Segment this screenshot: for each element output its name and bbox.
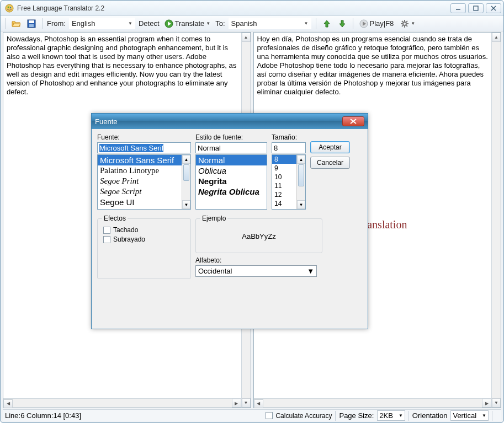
checkbox-icon <box>103 236 110 243</box>
style-listbox[interactable]: Normal Oblicua Negrita Negrita Oblicua <box>195 154 267 210</box>
statusbar: Line:6 Column:14 [0:43] Calculate Accura… <box>3 409 501 421</box>
svg-point-12 <box>403 22 406 25</box>
scroll-up-icon[interactable]: ▲ <box>242 33 251 42</box>
chevron-down-icon: ▼ <box>482 413 486 418</box>
list-item[interactable]: Negrita <box>196 176 267 186</box>
minimize-button[interactable] <box>450 3 466 13</box>
scrollbar-horizontal[interactable]: ◀ ▶ <box>254 398 492 408</box>
settings-button[interactable]: ▼ <box>399 18 417 29</box>
listbox-scrollbar[interactable]: ▲ ▼ <box>182 155 190 209</box>
underline-label: Subrayado <box>113 235 145 243</box>
svg-rect-4 <box>474 6 478 10</box>
style-field-label: Estilo de fuente: <box>195 133 267 141</box>
chevron-down-icon: ▼ <box>304 21 309 26</box>
page-size-dropdown[interactable]: 2KB ▼ <box>377 410 405 421</box>
calculate-accuracy-checkbox[interactable]: Calculate Accuracy <box>266 412 332 420</box>
listbox-scrollbar[interactable]: ▲ ▼ <box>296 155 305 209</box>
close-button[interactable] <box>486 3 501 13</box>
svg-line-17 <box>402 21 403 22</box>
font-name-input[interactable]: Microsoft Sans Serif <box>97 142 191 153</box>
list-item[interactable]: Segoe UI <box>98 197 190 207</box>
gear-icon <box>400 19 409 28</box>
dialog-title: Fuente <box>95 117 342 126</box>
orientation-label: Orientation <box>412 411 448 420</box>
from-language-dropdown[interactable]: English ▼ <box>69 18 135 29</box>
strikethrough-checkbox[interactable]: Tachado <box>103 226 185 234</box>
font-size-input[interactable] <box>272 142 306 153</box>
strikethrough-label: Tachado <box>113 226 138 234</box>
detect-button[interactable]: Detect <box>139 19 160 28</box>
chevron-down-icon: ▼ <box>206 21 210 26</box>
list-item[interactable]: Palatino Linotype <box>98 165 190 176</box>
play-button[interactable]: Play|F8 <box>358 18 396 29</box>
svg-rect-9 <box>29 24 34 27</box>
underline-checkbox[interactable]: Subrayado <box>103 235 185 243</box>
font-field-label: Fuente: <box>97 133 191 141</box>
effects-label: Efectos <box>102 215 128 222</box>
scroll-left-icon[interactable]: ◀ <box>3 399 13 408</box>
sample-group: Ejemplo AaBbYyZz <box>195 218 322 253</box>
chevron-down-icon: ▼ <box>411 21 415 26</box>
window-title: Free Language Translator 2.2 <box>17 4 450 12</box>
cursor-position: Line:6 Column:14 [0:43] <box>5 411 81 420</box>
toolbar: From: English ▼ Detect Translate ▼ To: S… <box>1 16 503 31</box>
dialog-titlebar: Fuente <box>92 114 368 129</box>
checkbox-icon <box>103 227 110 234</box>
play-label: Play|F8 <box>370 19 394 28</box>
scroll-left-icon[interactable]: ◀ <box>254 399 263 408</box>
arrow-down-icon <box>338 19 347 28</box>
scroll-up-icon[interactable]: ▲ <box>492 33 501 42</box>
arrow-down-button[interactable] <box>336 18 348 29</box>
font-style-input[interactable] <box>195 142 267 153</box>
chevron-down-icon: ▼ <box>399 413 403 418</box>
scrollbar-horizontal[interactable]: ◀ ▶ <box>3 398 241 408</box>
translate-button[interactable]: Translate ▼ <box>163 18 213 29</box>
arrow-up-button[interactable] <box>321 18 333 29</box>
to-language-value: Spanish <box>231 19 257 28</box>
chevron-down-icon: ▼ <box>128 21 132 26</box>
page-size-label: Page Size: <box>339 411 374 420</box>
list-item[interactable]: Segoe Script <box>98 186 190 197</box>
svg-line-18 <box>406 25 407 26</box>
size-listbox[interactable]: 8 9 10 11 12 14 16 ▲ ▼ <box>272 154 306 210</box>
scroll-right-icon[interactable]: ▶ <box>482 399 491 408</box>
page-size-value: 2KB <box>379 411 393 420</box>
source-text[interactable]: Nowadays, Photoshop is an essential prog… <box>3 33 251 99</box>
maximize-button[interactable] <box>468 3 484 13</box>
scroll-down-icon[interactable]: ▼ <box>242 398 251 408</box>
open-button[interactable] <box>10 18 22 29</box>
scroll-right-icon[interactable]: ▶ <box>232 399 241 408</box>
sample-text: AaBbYyZz <box>201 224 316 248</box>
list-item[interactable]: Segoe Print <box>98 176 190 186</box>
target-text[interactable]: Hoy en día, Photoshop es un programa ese… <box>254 33 501 99</box>
svg-point-1 <box>8 6 9 8</box>
orientation-value: Vertical <box>453 411 476 420</box>
list-item[interactable]: Negrita Oblicua <box>196 186 267 197</box>
titlebar: Free Language Translator 2.2 <box>1 1 503 16</box>
from-language-value: English <box>72 19 96 28</box>
to-language-dropdown[interactable]: Spanish ▼ <box>229 18 311 29</box>
font-listbox[interactable]: Microsoft Sans Serif Palatino Linotype S… <box>97 154 191 210</box>
sample-label: Ejemplo <box>200 215 227 222</box>
translate-label: Translate <box>175 19 205 28</box>
cancel-button[interactable]: Cancelar <box>310 157 350 169</box>
save-button[interactable] <box>25 18 38 29</box>
scrollbar-vertical[interactable]: ▲ ▼ <box>491 33 501 408</box>
from-label: From: <box>47 19 66 28</box>
svg-point-2 <box>10 7 11 8</box>
dialog-close-button[interactable] <box>342 116 364 126</box>
scroll-down-icon[interactable]: ▼ <box>492 398 501 408</box>
list-item[interactable]: Oblicua <box>196 165 267 176</box>
play-green-icon <box>165 19 173 28</box>
list-item[interactable]: Normal <box>196 155 267 165</box>
checkbox-icon <box>266 412 273 419</box>
list-item[interactable]: Microsoft Sans Serif <box>98 155 190 165</box>
app-icon <box>5 4 14 13</box>
effects-group: Efectos Tachado Subrayado <box>97 218 191 279</box>
size-field-label: Tamaño: <box>272 133 306 141</box>
font-dialog: Fuente Fuente: Microsoft Sans Serif Micr… <box>91 113 368 329</box>
accept-button[interactable]: Aceptar <box>310 141 350 153</box>
svg-rect-8 <box>29 20 34 23</box>
orientation-dropdown[interactable]: Vertical ▼ <box>450 410 489 421</box>
svg-point-0 <box>6 4 13 12</box>
